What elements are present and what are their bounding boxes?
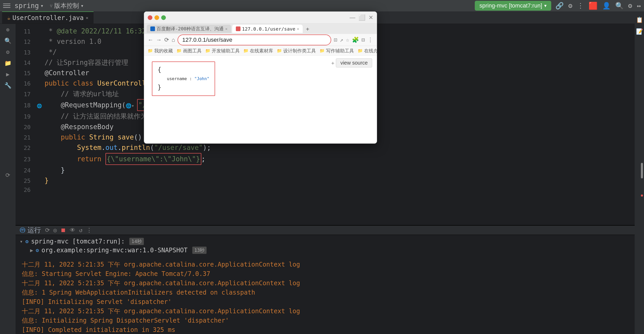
java-file-icon: ☕ xyxy=(7,15,10,21)
new-tab-button[interactable]: + xyxy=(304,26,311,32)
project-name[interactable]: spring ▾ xyxy=(15,2,44,10)
folder-icon-5: 📁 xyxy=(277,48,282,53)
gear-icon[interactable]: ⚙ xyxy=(628,2,632,10)
bottom-toolbar: ⓜ 运行 ⟳ ◎ ⏹ 👁 ↺ ⋮ xyxy=(16,226,640,235)
folder-icon-4: 📁 xyxy=(243,48,249,53)
code-line-26: 26 xyxy=(16,186,640,194)
resize-icon[interactable]: ↔ xyxy=(637,2,641,10)
code-line-24: 24 } xyxy=(16,165,640,175)
right-sidebar-icon-2[interactable]: 📝 xyxy=(636,28,643,35)
gutter-icon-6[interactable]: 🔧 xyxy=(4,82,11,89)
bottom-toolbar-icons: ⟳ ◎ ⏹ 👁 ↺ ⋮ xyxy=(45,227,92,233)
bookmark-office[interactable]: 📁 在线办公工具 xyxy=(358,48,377,54)
browser-window-minimize-btn[interactable]: — xyxy=(350,14,355,21)
folder-icon-2: 📁 xyxy=(176,48,182,53)
browser-home-btn[interactable]: ⌂ xyxy=(172,37,175,43)
run-tree-root[interactable]: ▾ ⚙ spring-mvc [tomcat7:run]: 14秒 xyxy=(20,237,636,246)
browser-close-btn[interactable] xyxy=(148,15,152,20)
browser-bookmarks-bar: 📁 我的收藏 📁 画图工具 📁 开发辅助工具 📁 在线素材库 📁 设计制作类工具… xyxy=(144,46,377,56)
console-line-6: 十二月 11, 2022 5:21:35 下午 org.apache.catal… xyxy=(22,307,634,316)
bookmark-resources[interactable]: 📁 在线素材库 xyxy=(243,48,273,54)
run-badge-1: 14秒 xyxy=(129,238,144,245)
browser-reload-btn[interactable]: ⟳ xyxy=(164,37,169,43)
tab-close-icon[interactable]: × xyxy=(86,15,89,20)
browser-forward-btn[interactable]: → xyxy=(156,37,162,43)
browser-maximize-btn[interactable] xyxy=(161,15,166,20)
browser-window-restore-btn[interactable]: ⬜ xyxy=(358,14,365,21)
localhost-favicon xyxy=(236,26,240,31)
browser-window-controls xyxy=(148,15,166,20)
scrollbar-thumb[interactable] xyxy=(641,163,643,178)
more-icon[interactable]: ⋮ xyxy=(577,2,584,10)
browser-tab-baidu[interactable]: 百度翻译-200种语言互译、沟通 ✕ xyxy=(147,25,231,33)
browser-window: — ⬜ ✕ 百度翻译-200种语言互译、沟通 ✕ 127.0.0.1/user/… xyxy=(144,11,377,144)
console-line-2: 信息: Starting Servlet Engine: Apache Tomc… xyxy=(22,269,634,279)
browser-tab-localhost[interactable]: 127.0.0.1/user/save ✕ xyxy=(232,25,303,33)
bookmark-dev-tools[interactable]: 📁 开发辅助工具 xyxy=(205,48,240,54)
view-icon[interactable]: 👁 xyxy=(70,227,75,233)
pin-icon[interactable]: ↺ xyxy=(79,227,82,233)
tree-collapse-icon: ▾ xyxy=(20,238,23,245)
user-icon[interactable]: 👤 xyxy=(602,2,611,10)
run-sub-icon: ⚙ xyxy=(36,247,39,253)
sync-icon[interactable]: ⊟ xyxy=(362,37,365,43)
json-open-brace: { xyxy=(158,65,209,75)
star-icon[interactable]: ☆ xyxy=(346,37,349,43)
restart-icon[interactable]: ⟳ xyxy=(45,227,50,233)
plus-icon: + xyxy=(331,60,334,66)
json-value: "John" xyxy=(194,76,209,81)
run-dropdown-icon: ▾ xyxy=(544,3,547,9)
baidu-tab-label: 百度翻译-200种语言互译、沟通 xyxy=(157,26,224,32)
stop-recording-icon[interactable]: 🟥 xyxy=(589,2,598,10)
browser-back-btn[interactable]: ← xyxy=(148,37,153,43)
localhost-tab-close-icon[interactable]: ✕ xyxy=(297,27,299,31)
view-source-area: + view source xyxy=(331,58,372,67)
view-source-button[interactable]: view source xyxy=(336,58,372,67)
gutter-icon-4[interactable]: 📁 xyxy=(4,60,11,66)
link-icon[interactable]: 🔗 xyxy=(555,2,564,10)
gutter-icon-7[interactable]: ⟳ xyxy=(5,172,10,178)
extension-icon[interactable]: 🧩 xyxy=(352,37,359,43)
run-config-label: spring-mvc [tomcat7:run] xyxy=(479,2,542,9)
browser-url-input[interactable] xyxy=(178,34,331,45)
json-body: username : "John" xyxy=(158,75,209,82)
screen-icon[interactable]: ⊡ xyxy=(334,37,337,43)
browser-minimize-btn[interactable] xyxy=(154,15,159,20)
bookmark-drawing[interactable]: 📁 画图工具 xyxy=(176,48,202,54)
error-indicator xyxy=(641,194,643,197)
browser-menu-icon[interactable]: ⋮ xyxy=(367,37,373,43)
right-sidebar-icon-1[interactable]: 📋 xyxy=(636,17,643,23)
gutter-icon-2[interactable]: 🔍 xyxy=(4,38,11,44)
json-close-brace: } xyxy=(158,82,209,93)
console-line-7: 信息: Initializing Spring DispatcherServle… xyxy=(22,316,634,325)
browser-chrome-titlebar: — ⬜ ✕ xyxy=(144,12,377,24)
share-icon[interactable]: ↗ xyxy=(340,37,343,43)
rerun-icon[interactable]: ◎ xyxy=(53,227,57,233)
bookmark-design[interactable]: 📁 设计制作类工具 xyxy=(277,48,316,54)
run-button[interactable]: spring-mvc [tomcat7:run] ▾ xyxy=(475,1,551,11)
more-bottom-icon[interactable]: ⋮ xyxy=(86,227,92,233)
code-line-23: 23 return {\"username\":\"John\"} ; xyxy=(16,153,640,165)
run-tree-sub[interactable]: ▶ ⚙ org.example:spring-mvc:war:1.0-SNAPS… xyxy=(20,246,636,255)
gutter-icon-5[interactable]: ▶ xyxy=(6,71,9,78)
browser-addr-icons: ⊡ ↗ ☆ 🧩 ⊟ ⋮ xyxy=(334,37,373,43)
dropdown-arrow-icon: ▾ xyxy=(40,3,44,9)
vcs-menu[interactable]: ⑂ 版本控制 ▾ xyxy=(50,2,84,10)
console-line-8: [INFO] Completed initialization in 325 m… xyxy=(22,325,634,334)
search-icon[interactable]: 🔍 xyxy=(615,2,624,10)
browser-window-close-btn[interactable]: ✕ xyxy=(369,14,373,21)
baidu-tab-close-icon[interactable]: ✕ xyxy=(225,27,227,31)
hamburger-menu-icon[interactable] xyxy=(3,2,10,9)
ide-bottom-panel: ⓜ 运行 ⟳ ◎ ⏹ 👁 ↺ ⋮ ▾ ⚙ spring-mvc [tomcat7… xyxy=(16,225,640,334)
run-node-icon: ⚙ xyxy=(25,238,29,245)
gutter-icon-3[interactable]: ⚙ xyxy=(6,49,9,55)
localhost-tab-label: 127.0.0.1/user/save xyxy=(242,26,295,32)
baidu-favicon xyxy=(150,26,155,31)
console-line-4: 信息: 1 Spring WebApplicationInitializers … xyxy=(22,288,634,297)
tab-usercontroller[interactable]: ☕ UserController.java × xyxy=(2,11,94,24)
settings-icon[interactable]: ⚙ xyxy=(568,2,572,10)
gutter-icon-1[interactable]: ⊕ xyxy=(6,26,9,33)
bookmark-favorites[interactable]: 📁 我的收藏 xyxy=(148,48,173,54)
stop-icon[interactable]: ⏹ xyxy=(60,227,66,233)
bookmark-writing[interactable]: 📁 写作辅助工具 xyxy=(320,48,354,54)
